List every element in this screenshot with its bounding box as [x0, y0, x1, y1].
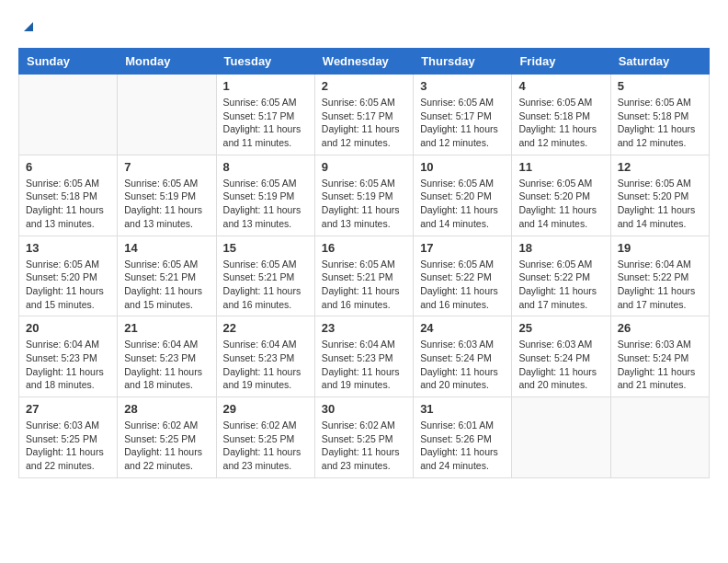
day-number: 31: [420, 402, 505, 416]
day-info: Sunrise: 6:01 AM Sunset: 5:26 PM Dayligh…: [420, 419, 505, 473]
day-number: 17: [420, 241, 505, 255]
calendar-cell: 7Sunrise: 6:05 AM Sunset: 5:19 PM Daylig…: [118, 155, 216, 236]
header-monday: Monday: [118, 49, 216, 75]
calendar-cell: 13Sunrise: 6:05 AM Sunset: 5:20 PM Dayli…: [19, 236, 118, 316]
day-info: Sunrise: 6:02 AM Sunset: 5:25 PM Dayligh…: [223, 419, 308, 473]
day-number: 19: [618, 241, 702, 255]
calendar-cell: 4Sunrise: 6:05 AM Sunset: 5:18 PM Daylig…: [512, 75, 610, 155]
calendar-cell: 8Sunrise: 6:05 AM Sunset: 5:19 PM Daylig…: [216, 155, 314, 236]
header-friday: Friday: [512, 49, 610, 75]
day-info: Sunrise: 6:05 AM Sunset: 5:21 PM Dayligh…: [223, 258, 308, 312]
calendar-cell: 25Sunrise: 6:03 AM Sunset: 5:24 PM Dayli…: [512, 316, 610, 397]
day-info: Sunrise: 6:04 AM Sunset: 5:23 PM Dayligh…: [223, 338, 308, 392]
day-number: 12: [618, 160, 702, 174]
day-number: 4: [518, 79, 603, 93]
calendar-cell: 20Sunrise: 6:04 AM Sunset: 5:23 PM Dayli…: [19, 316, 118, 397]
calendar-cell: [118, 75, 216, 155]
day-info: Sunrise: 6:03 AM Sunset: 5:24 PM Dayligh…: [518, 338, 603, 392]
calendar-cell: 14Sunrise: 6:05 AM Sunset: 5:21 PM Dayli…: [118, 236, 216, 316]
header-sunday: Sunday: [19, 49, 118, 75]
day-number: 5: [618, 79, 702, 93]
day-number: 7: [124, 160, 209, 174]
calendar-cell: 10Sunrise: 6:05 AM Sunset: 5:20 PM Dayli…: [414, 155, 512, 236]
day-number: 8: [223, 160, 308, 174]
day-number: 23: [322, 321, 406, 335]
calendar-cell: 9Sunrise: 6:05 AM Sunset: 5:19 PM Daylig…: [314, 155, 413, 236]
week-row-5: 27Sunrise: 6:03 AM Sunset: 5:25 PM Dayli…: [19, 397, 710, 478]
day-number: 6: [26, 160, 110, 174]
calendar-cell: 23Sunrise: 6:04 AM Sunset: 5:23 PM Dayli…: [314, 316, 413, 397]
day-number: 15: [223, 241, 308, 255]
day-number: 2: [322, 79, 406, 93]
day-info: Sunrise: 6:05 AM Sunset: 5:20 PM Dayligh…: [618, 177, 702, 231]
day-info: Sunrise: 6:03 AM Sunset: 5:24 PM Dayligh…: [420, 338, 505, 392]
calendar-cell: 30Sunrise: 6:02 AM Sunset: 5:25 PM Dayli…: [314, 397, 413, 478]
calendar-cell: 15Sunrise: 6:05 AM Sunset: 5:21 PM Dayli…: [216, 236, 314, 316]
calendar-cell: 12Sunrise: 6:05 AM Sunset: 5:20 PM Dayli…: [610, 155, 709, 236]
logo: [18, 18, 37, 39]
calendar-cell: 11Sunrise: 6:05 AM Sunset: 5:20 PM Dayli…: [512, 155, 610, 236]
calendar-cell: 17Sunrise: 6:05 AM Sunset: 5:22 PM Dayli…: [414, 236, 512, 316]
day-number: 9: [322, 160, 406, 174]
day-info: Sunrise: 6:02 AM Sunset: 5:25 PM Dayligh…: [124, 419, 209, 473]
day-info: Sunrise: 6:05 AM Sunset: 5:21 PM Dayligh…: [124, 258, 209, 312]
day-info: Sunrise: 6:05 AM Sunset: 5:21 PM Dayligh…: [322, 258, 406, 312]
calendar-cell: 6Sunrise: 6:05 AM Sunset: 5:18 PM Daylig…: [19, 155, 118, 236]
day-info: Sunrise: 6:05 AM Sunset: 5:19 PM Dayligh…: [124, 177, 209, 231]
day-number: 14: [124, 241, 209, 255]
day-info: Sunrise: 6:04 AM Sunset: 5:22 PM Dayligh…: [618, 258, 702, 312]
day-info: Sunrise: 6:05 AM Sunset: 5:18 PM Dayligh…: [26, 177, 110, 231]
calendar-cell: 2Sunrise: 6:05 AM Sunset: 5:17 PM Daylig…: [314, 75, 413, 155]
day-info: Sunrise: 6:04 AM Sunset: 5:23 PM Dayligh…: [322, 338, 406, 392]
calendar-cell: 18Sunrise: 6:05 AM Sunset: 5:22 PM Dayli…: [512, 236, 610, 316]
day-info: Sunrise: 6:03 AM Sunset: 5:25 PM Dayligh…: [26, 419, 110, 473]
day-number: 13: [26, 241, 110, 255]
day-info: Sunrise: 6:05 AM Sunset: 5:22 PM Dayligh…: [420, 258, 505, 312]
day-number: 11: [518, 160, 603, 174]
calendar-cell: 3Sunrise: 6:05 AM Sunset: 5:17 PM Daylig…: [414, 75, 512, 155]
week-row-4: 20Sunrise: 6:04 AM Sunset: 5:23 PM Dayli…: [19, 316, 710, 397]
day-number: 29: [223, 402, 308, 416]
calendar-cell: 31Sunrise: 6:01 AM Sunset: 5:26 PM Dayli…: [414, 397, 512, 478]
day-number: 10: [420, 160, 505, 174]
day-info: Sunrise: 6:05 AM Sunset: 5:17 PM Dayligh…: [322, 96, 406, 150]
day-info: Sunrise: 6:05 AM Sunset: 5:20 PM Dayligh…: [26, 258, 110, 312]
day-number: 28: [124, 402, 209, 416]
header-thursday: Thursday: [414, 49, 512, 75]
day-number: 21: [124, 321, 209, 335]
day-number: 25: [518, 321, 603, 335]
day-info: Sunrise: 6:04 AM Sunset: 5:23 PM Dayligh…: [124, 338, 209, 392]
calendar-cell: 24Sunrise: 6:03 AM Sunset: 5:24 PM Dayli…: [414, 316, 512, 397]
day-info: Sunrise: 6:05 AM Sunset: 5:20 PM Dayligh…: [420, 177, 505, 231]
day-info: Sunrise: 6:05 AM Sunset: 5:18 PM Dayligh…: [518, 96, 603, 150]
calendar-cell: 26Sunrise: 6:03 AM Sunset: 5:24 PM Dayli…: [610, 316, 709, 397]
week-row-3: 13Sunrise: 6:05 AM Sunset: 5:20 PM Dayli…: [19, 236, 710, 316]
calendar-cell: 28Sunrise: 6:02 AM Sunset: 5:25 PM Dayli…: [118, 397, 216, 478]
day-number: 30: [322, 402, 406, 416]
day-info: Sunrise: 6:05 AM Sunset: 5:19 PM Dayligh…: [223, 177, 308, 231]
day-number: 3: [420, 79, 505, 93]
day-info: Sunrise: 6:05 AM Sunset: 5:22 PM Dayligh…: [518, 258, 603, 312]
calendar-cell: [610, 397, 709, 478]
calendar-cell: 1Sunrise: 6:05 AM Sunset: 5:17 PM Daylig…: [216, 75, 314, 155]
day-number: 1: [223, 79, 308, 93]
day-info: Sunrise: 6:03 AM Sunset: 5:24 PM Dayligh…: [618, 338, 702, 392]
day-info: Sunrise: 6:05 AM Sunset: 5:19 PM Dayligh…: [322, 177, 406, 231]
day-number: 22: [223, 321, 308, 335]
day-info: Sunrise: 6:05 AM Sunset: 5:17 PM Dayligh…: [420, 96, 505, 150]
calendar-cell: 22Sunrise: 6:04 AM Sunset: 5:23 PM Dayli…: [216, 316, 314, 397]
day-number: 20: [26, 321, 110, 335]
calendar-cell: 27Sunrise: 6:03 AM Sunset: 5:25 PM Dayli…: [19, 397, 118, 478]
calendar-cell: [512, 397, 610, 478]
calendar-cell: 16Sunrise: 6:05 AM Sunset: 5:21 PM Dayli…: [314, 236, 413, 316]
header-wednesday: Wednesday: [314, 49, 413, 75]
day-info: Sunrise: 6:05 AM Sunset: 5:17 PM Dayligh…: [223, 96, 308, 150]
week-row-2: 6Sunrise: 6:05 AM Sunset: 5:18 PM Daylig…: [19, 155, 710, 236]
calendar-cell: 29Sunrise: 6:02 AM Sunset: 5:25 PM Dayli…: [216, 397, 314, 478]
day-info: Sunrise: 6:05 AM Sunset: 5:18 PM Dayligh…: [618, 96, 702, 150]
day-number: 24: [420, 321, 505, 335]
calendar-cell: [19, 75, 118, 155]
header-tuesday: Tuesday: [216, 49, 314, 75]
week-row-1: 1Sunrise: 6:05 AM Sunset: 5:17 PM Daylig…: [19, 75, 710, 155]
header-saturday: Saturday: [610, 49, 709, 75]
